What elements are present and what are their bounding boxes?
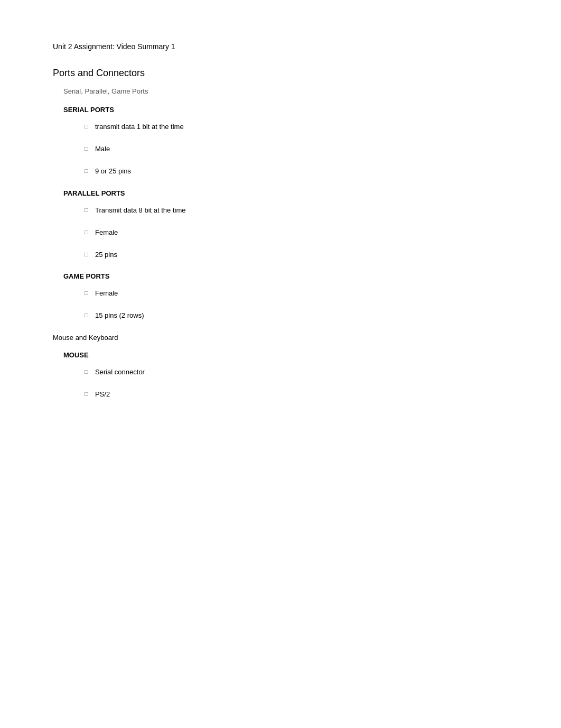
game-ports-heading: GAME PORTS xyxy=(63,272,508,280)
bullet-icon: □ xyxy=(85,145,95,153)
bullet-text: 15 pins (2 rows) xyxy=(95,311,508,320)
parallel-ports-heading: PARALLEL PORTS xyxy=(63,189,508,197)
bullet-text: Transmit data 8 bit at the time xyxy=(95,206,508,215)
list-item: □ Male xyxy=(85,144,508,154)
bullet-icon: □ xyxy=(85,289,95,297)
list-item: □ transmit data 1 bit at the time xyxy=(85,122,508,132)
bullet-text: 9 or 25 pins xyxy=(95,167,508,176)
game-ports-section: GAME PORTS □ Female □ 15 pins (2 rows) xyxy=(63,272,508,320)
list-item: □ 25 pins xyxy=(85,250,508,260)
ports-connectors-title: Ports and Connectors xyxy=(53,68,508,79)
game-ports-list: □ Female □ 15 pins (2 rows) xyxy=(63,289,508,320)
serial-parallel-game-label: Serial, Parallel, Game Ports xyxy=(63,87,508,95)
bullet-text: PS/2 xyxy=(95,390,508,399)
bullet-icon: □ xyxy=(85,251,95,259)
list-item: □ Female xyxy=(85,228,508,237)
list-item: □ 9 or 25 pins xyxy=(85,167,508,176)
list-item: □ Serial connector xyxy=(85,367,508,377)
bullet-icon: □ xyxy=(85,368,95,376)
parallel-ports-list: □ Transmit data 8 bit at the time □ Fema… xyxy=(63,206,508,260)
list-item: □ Female xyxy=(85,289,508,298)
bullet-text: transmit data 1 bit at the time xyxy=(95,122,508,132)
mouse-keyboard-section: Mouse and Keyboard MOUSE □ Serial connec… xyxy=(53,334,508,399)
header-title: Unit 2 Assignment: Video Summary 1 xyxy=(53,42,508,51)
mouse-heading: MOUSE xyxy=(63,351,508,359)
list-item: □ 15 pins (2 rows) xyxy=(85,311,508,320)
bullet-icon: □ xyxy=(85,167,95,175)
parallel-ports-section: PARALLEL PORTS □ Transmit data 8 bit at … xyxy=(63,189,508,260)
bullet-text: Male xyxy=(95,144,508,154)
bullet-icon: □ xyxy=(85,311,95,319)
mouse-group: MOUSE □ Serial connector □ PS/2 xyxy=(53,351,508,399)
serial-ports-list: □ transmit data 1 bit at the time □ Male… xyxy=(63,122,508,177)
list-item: □ PS/2 xyxy=(85,390,508,399)
serial-ports-heading: SERIAL PORTS xyxy=(63,106,508,114)
bullet-icon: □ xyxy=(85,390,95,398)
mouse-keyboard-label: Mouse and Keyboard xyxy=(53,334,508,342)
bullet-icon: □ xyxy=(85,123,95,131)
serial-parallel-game-group: Serial, Parallel, Game Ports SERIAL PORT… xyxy=(53,87,508,321)
list-item: □ Transmit data 8 bit at the time xyxy=(85,206,508,215)
page-header: Unit 2 Assignment: Video Summary 1 xyxy=(53,42,508,51)
mouse-list: □ Serial connector □ PS/2 xyxy=(63,367,508,399)
bullet-text: Female xyxy=(95,228,508,237)
bullet-icon: □ xyxy=(85,206,95,214)
bullet-text: 25 pins xyxy=(95,250,508,260)
bullet-text: Female xyxy=(95,289,508,298)
bullet-icon: □ xyxy=(85,228,95,236)
ports-connectors-section: Ports and Connectors Serial, Parallel, G… xyxy=(53,68,508,321)
serial-ports-section: SERIAL PORTS □ transmit data 1 bit at th… xyxy=(63,106,508,177)
bullet-text: Serial connector xyxy=(95,367,508,377)
